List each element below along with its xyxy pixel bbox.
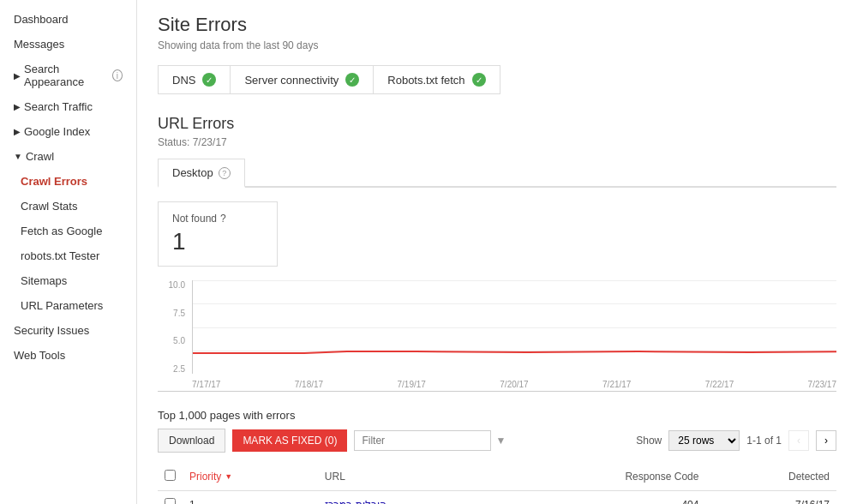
filter-container: ▼: [354, 430, 491, 451]
sidebar-item-messages[interactable]: Messages: [0, 32, 136, 57]
tab-desktop-label: Desktop: [172, 166, 213, 179]
server-connectivity-status-box: Server connectivity ✓: [230, 65, 373, 94]
status-boxes: DNS ✓ Server connectivity ✓ Robots.txt f…: [158, 65, 836, 94]
bottom-section: Top 1,000 pages with errors Download MAR…: [158, 409, 836, 504]
chart-svg: [193, 280, 836, 374]
robots-txt-status-box: Robots.txt fetch ✓: [373, 65, 500, 94]
sidebar-item-label: Sitemaps: [21, 274, 67, 287]
sidebar-item-web-tools[interactable]: Web Tools: [0, 343, 136, 368]
next-page-button[interactable]: ›: [816, 430, 836, 451]
mark-fixed-button[interactable]: MARK AS FIXED (0): [232, 429, 347, 452]
th-url: URL: [318, 463, 498, 491]
y-label-1: 7.5: [173, 309, 185, 318]
help-icon[interactable]: ?: [219, 167, 231, 179]
sidebar-item-label: Search Appearance: [24, 63, 109, 88]
download-button[interactable]: Download: [158, 429, 225, 453]
arrow-icon: ▶: [14, 102, 21, 111]
top-pages-label: Top 1,000 pages with errors: [158, 409, 836, 422]
filter-input[interactable]: [362, 435, 490, 447]
sidebar-item-label: Security Issues: [14, 324, 89, 337]
y-label-2: 5.0: [173, 336, 185, 345]
page-title: Site Errors: [158, 14, 836, 36]
url-errors-status: Status: 7/23/17: [158, 136, 836, 148]
th-checkbox: [158, 463, 183, 491]
chart-y-labels: 10.0 7.5 5.0 2.5: [158, 280, 189, 374]
x-label-3: 7/20/17: [500, 380, 528, 389]
x-label-5: 7/22/17: [705, 380, 734, 389]
filter-icon: ▼: [495, 435, 506, 447]
dns-status-box: DNS ✓: [158, 65, 230, 94]
chart-container: 10.0 7.5 5.0 2.5 7/17/17 7/18/17 7/19/17…: [158, 280, 836, 392]
tabs: Desktop ?: [158, 159, 836, 188]
sidebar-item-label: Messages: [14, 38, 64, 51]
row-checkbox-cell: [158, 491, 183, 505]
sort-arrow-icon: ▼: [225, 472, 232, 481]
dns-check-icon: ✓: [202, 73, 216, 87]
server-connectivity-label: Server connectivity: [244, 74, 339, 87]
sidebar-item-label: robots.txt Tester: [21, 249, 99, 262]
robots-txt-label: Robots.txt fetch: [387, 74, 464, 87]
not-found-count: 1: [172, 228, 263, 255]
y-label-3: 2.5: [173, 364, 185, 374]
arrow-icon: ▶: [14, 71, 21, 81]
sidebar-item-fetch-as-google[interactable]: Fetch as Google: [0, 219, 136, 243]
sidebar-item-security-issues[interactable]: Security Issues: [0, 318, 136, 343]
x-label-0: 7/17/17: [192, 380, 220, 389]
sidebar-item-label: Crawl Stats: [21, 200, 77, 213]
sidebar-item-label: Crawl Errors: [21, 175, 87, 188]
sidebar-item-label: Dashboard: [14, 13, 69, 26]
sidebar-item-dashboard[interactable]: Dashboard: [0, 7, 136, 32]
row-url[interactable]: הובלות-במרכז: [318, 491, 498, 505]
sidebar-item-label: Search Traffic: [24, 100, 93, 113]
actions-row: Download MARK AS FIXED (0) ▼ Show 25 row…: [158, 429, 836, 453]
not-found-help-icon[interactable]: ?: [220, 213, 226, 225]
sidebar-item-url-parameters[interactable]: URL Parameters: [0, 293, 136, 318]
main-content: Site Errors Showing data from the last 9…: [137, 0, 857, 504]
x-label-4: 7/21/17: [602, 380, 631, 389]
th-priority: Priority ▼: [183, 463, 318, 491]
th-response-code: Response Code: [497, 463, 705, 491]
pagination-info: 1-1 of 1: [746, 435, 782, 447]
x-label-2: 7/19/17: [398, 380, 426, 389]
server-check-icon: ✓: [345, 73, 359, 87]
select-all-checkbox[interactable]: [165, 470, 176, 481]
dns-label: DNS: [172, 74, 195, 87]
tab-desktop[interactable]: Desktop ?: [158, 159, 245, 188]
sidebar-item-label: URL Parameters: [21, 299, 103, 312]
sidebar-item-label: Fetch as Google: [21, 225, 102, 237]
row-response-code: 404: [497, 491, 705, 505]
subtitle: Showing data from the last 90 days: [158, 39, 836, 51]
not-found-card: Not found ? 1: [158, 201, 278, 267]
sidebar-item-robots-txt-tester[interactable]: robots.txt Tester: [0, 243, 136, 268]
x-label-1: 7/18/17: [295, 380, 323, 389]
row-checkbox[interactable]: [165, 498, 176, 504]
rows-select[interactable]: 25 rows 50 rows 100 rows: [668, 430, 740, 451]
sidebar-item-search-traffic[interactable]: ▶ Search Traffic: [0, 94, 136, 119]
robots-check-icon: ✓: [472, 73, 486, 87]
sidebar-item-label: Google Index: [24, 125, 90, 138]
sidebar-item-search-appearance[interactable]: ▶ Search Appearance i: [0, 57, 136, 94]
sidebar-item-google-index[interactable]: ▶ Google Index: [0, 119, 136, 144]
errors-table: Priority ▼ URL Response Code Detected 1: [158, 463, 836, 504]
table-row: 1 הובלות-במרכז 404 7/16/17: [158, 491, 836, 505]
arrow-icon: ▼: [14, 152, 22, 161]
prev-page-button[interactable]: ‹: [788, 430, 809, 451]
sidebar-item-crawl[interactable]: ▼ Crawl: [0, 144, 136, 169]
arrow-icon: ▶: [14, 127, 21, 136]
sidebar-item-crawl-stats[interactable]: Crawl Stats: [0, 194, 136, 219]
sidebar-item-crawl-errors[interactable]: Crawl Errors: [0, 169, 136, 194]
x-label-6: 7/23/17: [808, 380, 836, 389]
sidebar-item-label: Web Tools: [14, 349, 65, 362]
priority-header-label: Priority: [189, 471, 221, 483]
row-priority: 1: [183, 491, 318, 505]
row-detected: 7/16/17: [705, 491, 836, 505]
y-label-0: 10.0: [169, 280, 185, 290]
show-label: Show: [636, 435, 662, 447]
sidebar-item-label: Crawl: [26, 150, 54, 163]
pagination-row: Show 25 rows 50 rows 100 rows 1-1 of 1 ‹…: [636, 430, 836, 451]
th-detected: Detected: [705, 463, 836, 491]
chart-x-labels: 7/17/17 7/18/17 7/19/17 7/20/17 7/21/17 …: [192, 378, 836, 391]
sidebar-item-sitemaps[interactable]: Sitemaps: [0, 268, 136, 293]
info-icon[interactable]: i: [112, 69, 123, 81]
sidebar: Dashboard Messages ▶ Search Appearance i…: [0, 0, 137, 504]
